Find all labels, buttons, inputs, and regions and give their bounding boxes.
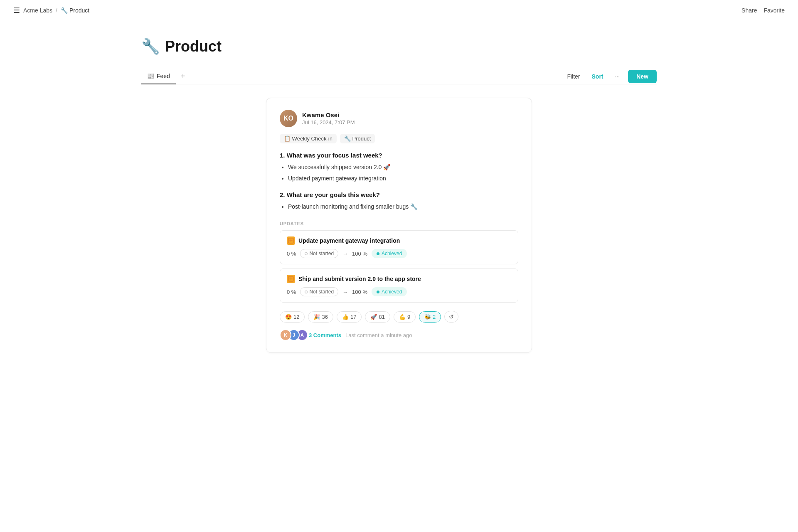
reaction-heart-eyes[interactable]: 😍 12 [280, 311, 305, 323]
feed-tab-label: Feed [157, 73, 170, 79]
status-tag-2: Not started [300, 287, 338, 296]
topbar-actions: Share Favorite [741, 7, 785, 14]
achieved-dot-2 [377, 291, 379, 293]
tabs-left: 📰 Feed + [141, 69, 188, 84]
reactions-row: 😍 12 🎉 36 👍 17 🚀 81 💪 9 🐝 2 ↺ [280, 311, 518, 323]
reaction-count: 9 [407, 314, 410, 320]
post-meta: Kwame Osei Jul 16, 2024, 7:07 PM [302, 111, 355, 126]
achieved-tag-1: Achieved [372, 249, 407, 258]
update-title-1: Update payment gateway integration [287, 236, 511, 245]
new-button[interactable]: New [628, 70, 657, 83]
reaction-count: 36 [322, 314, 328, 320]
breadcrumb-page: 🔧 Product [61, 7, 89, 14]
update-icon-1 [287, 236, 295, 245]
reaction-count: 12 [293, 314, 299, 320]
comments-link[interactable]: 3 Comments [309, 332, 341, 338]
section1-list: We successfully shipped version 2.0 🚀 Up… [280, 163, 518, 183]
achieved-dot-1 [377, 252, 379, 255]
reaction-rocket[interactable]: 🚀 81 [365, 311, 390, 323]
reaction-bee[interactable]: 🐝 2 [419, 311, 441, 323]
status-tag-1: Not started [300, 249, 338, 258]
page-title: Product [165, 38, 222, 55]
to-pct-2: 100 % [352, 289, 367, 295]
breadcrumb-separator: / [56, 7, 57, 14]
topbar: ☰ Acme Labs / 🔧 Product Share Favorite [0, 0, 798, 21]
update-item-1: Update payment gateway integration 0 % N… [280, 230, 518, 264]
filter-button[interactable]: Filter [564, 71, 583, 82]
section2-list: Post-launch monitoring and fixing smalle… [280, 202, 518, 211]
tag-weekly-checkin[interactable]: 📋 Weekly Check-in [280, 134, 337, 143]
achieved-tag-2: Achieved [372, 287, 407, 296]
reaction-count: 2 [433, 314, 436, 320]
tabs-right: Filter Sort ··· New [564, 70, 657, 83]
post-tags: 📋 Weekly Check-in 🔧 Product [280, 134, 518, 143]
list-item: Post-launch monitoring and fixing smalle… [288, 202, 518, 211]
page-icon: 🔧 [61, 7, 68, 14]
comment-avatars: K J A [280, 329, 305, 341]
update-title-text-2: Ship and submit version 2.0 to the app s… [298, 276, 421, 282]
add-tab-button[interactable]: + [177, 70, 189, 82]
update-item-2: Ship and submit version 2.0 to the app s… [280, 268, 518, 303]
post-header: KO Kwame Osei Jul 16, 2024, 7:07 PM [280, 110, 518, 127]
author-name: Kwame Osei [302, 111, 355, 118]
workspace-label: Acme Labs [23, 7, 52, 14]
sort-button[interactable]: Sort [589, 71, 607, 82]
update-title-text-1: Update payment gateway integration [298, 237, 400, 244]
tabs-bar: 📰 Feed + Filter Sort ··· New [141, 69, 657, 84]
from-pct-2: 0 % [287, 289, 296, 295]
to-pct-1: 100 % [352, 251, 367, 257]
more-button[interactable]: ··· [612, 71, 623, 82]
reaction-count: 81 [379, 314, 384, 320]
update-icon-2 [287, 275, 295, 283]
update-meta-1: 0 % Not started → 100 % Achieved [287, 249, 511, 258]
arrow-icon-1: → [342, 251, 348, 257]
status-dot-2 [305, 291, 308, 293]
avatar: KO [280, 110, 297, 127]
section2-title: 2. What are your goals this week? [280, 191, 518, 198]
comments-row: K J A 3 Comments Last comment a minute a… [280, 329, 518, 341]
list-item: Updated payment gateway integration [288, 174, 518, 183]
comments-time: Last comment a minute ago [345, 332, 412, 338]
post-date: Jul 16, 2024, 7:07 PM [302, 119, 355, 126]
page-container: 🔧 Product 📰 Feed + Filter Sort ··· New K… [116, 21, 682, 369]
page-title-icon: 🔧 [141, 38, 160, 55]
update-title-2: Ship and submit version 2.0 to the app s… [287, 275, 511, 283]
reaction-thumbs-up[interactable]: 👍 17 [337, 311, 362, 323]
tab-feed[interactable]: 📰 Feed [141, 69, 176, 84]
comment-avatar-1: K [280, 329, 291, 341]
page-title-row: 🔧 Product [141, 38, 657, 55]
feed-content: KO Kwame Osei Jul 16, 2024, 7:07 PM 📋 We… [141, 98, 657, 353]
section1-title: 1. What was your focus last week? [280, 152, 518, 159]
add-reaction-button[interactable]: ↺ [444, 311, 458, 323]
reaction-count: 17 [350, 314, 356, 320]
breadcrumb: ☰ Acme Labs / 🔧 Product [13, 6, 89, 15]
feed-tab-icon: 📰 [147, 73, 154, 79]
reaction-party[interactable]: 🎉 36 [308, 311, 333, 323]
favorite-button[interactable]: Favorite [764, 7, 785, 14]
share-button[interactable]: Share [741, 7, 757, 14]
reaction-muscle[interactable]: 💪 9 [394, 311, 416, 323]
update-meta-2: 0 % Not started → 100 % Achieved [287, 287, 511, 296]
post-card: KO Kwame Osei Jul 16, 2024, 7:07 PM 📋 We… [266, 98, 532, 353]
status-dot-1 [305, 252, 308, 255]
arrow-icon-2: → [342, 289, 348, 295]
list-item: We successfully shipped version 2.0 🚀 [288, 163, 518, 172]
menu-icon[interactable]: ☰ [13, 6, 20, 15]
post-body: 1. What was your focus last week? We suc… [280, 152, 518, 211]
tag-product[interactable]: 🔧 Product [340, 134, 375, 143]
updates-label: UPDATES [280, 221, 518, 226]
from-pct-1: 0 % [287, 251, 296, 257]
